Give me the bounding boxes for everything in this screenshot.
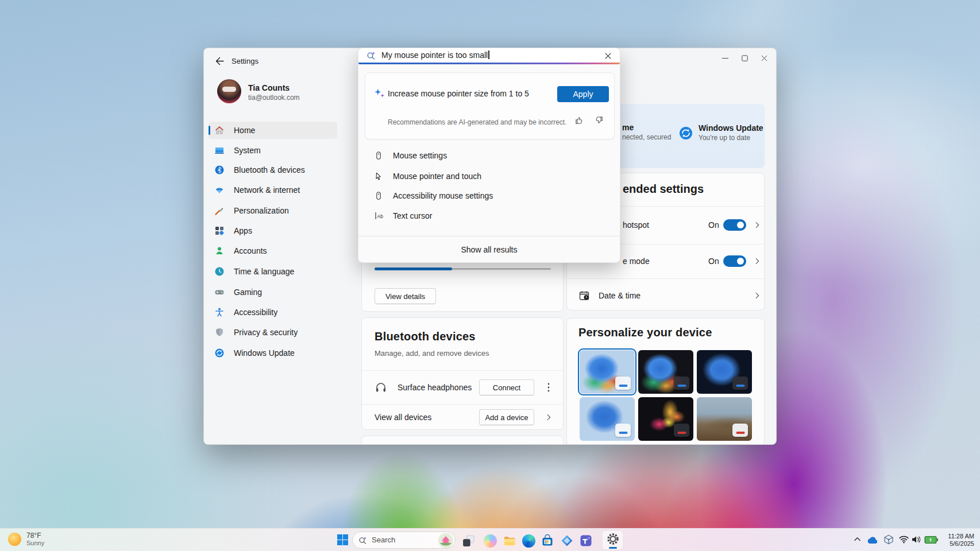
theme-thumbnail-grid — [580, 350, 752, 441]
sidebar-item-label: Accessibility — [234, 304, 277, 321]
privacy-icon — [214, 327, 225, 337]
add-device-button[interactable]: Add a device — [479, 409, 534, 425]
tray-clock[interactable]: 11:28 AM 5/6/2025 — [948, 533, 974, 548]
onedrive-icon[interactable] — [866, 536, 878, 544]
profile-name[interactable]: Tia Counts — [248, 83, 290, 92]
theme-thumbnail-dark[interactable] — [638, 350, 693, 394]
m365-copilot-icon[interactable] — [558, 533, 576, 548]
sidebar-item-windows-update[interactable]: Windows Update — [209, 344, 337, 362]
mode-toggle-state: On — [708, 255, 719, 267]
apps-icon — [214, 226, 225, 236]
show-all-results-link[interactable]: Show all results — [358, 242, 620, 257]
clear-search-icon[interactable] — [601, 50, 614, 61]
thumbs-down-icon[interactable] — [593, 114, 604, 126]
taskbar-search-label: Search — [372, 532, 395, 548]
view-all-devices-link[interactable]: View all devices — [375, 412, 431, 422]
personalize-card: Personalize your device — [566, 318, 765, 445]
theme-thumbnail-landscape[interactable] — [697, 397, 752, 441]
theme-thumbnail-light[interactable] — [580, 350, 635, 394]
more-options-icon[interactable] — [542, 381, 555, 394]
volume-icon[interactable] — [911, 535, 921, 544]
chevron-right-icon[interactable] — [751, 254, 763, 268]
taskbar-search-box[interactable]: Search — [352, 531, 456, 549]
mode-row-label-fragment[interactable]: e mode — [623, 256, 650, 266]
tray-cube-icon[interactable] — [883, 534, 894, 545]
sidebar-item-label: Apps — [234, 222, 252, 239]
windows-logo-icon — [337, 534, 349, 548]
bluetooth-card: Bluetooth devices Manage, add, and remov… — [361, 317, 564, 430]
copilot-icon[interactable] — [481, 533, 499, 548]
chevron-right-icon[interactable] — [543, 410, 554, 424]
profile-email: tia@outlook.com — [248, 94, 300, 102]
chevron-right-icon[interactable] — [751, 218, 763, 232]
hotspot-toggle-state: On — [708, 219, 719, 231]
search-result-accessibility-mouse[interactable]: Accessibility mouse settings — [365, 187, 614, 204]
taskbar: 78°F Sunny Search 11:28 AM 5/6/2025 — [0, 528, 980, 551]
weather-temp: 78°F — [26, 531, 44, 540]
hotspot-row-label-fragment[interactable]: hotspot — [623, 220, 649, 230]
teams-icon[interactable] — [577, 533, 595, 548]
chevron-right-icon[interactable] — [751, 289, 763, 302]
apply-button[interactable]: Apply — [557, 86, 609, 102]
connect-button[interactable]: Connect — [479, 379, 534, 395]
sidebar-item-label: Network & internet — [234, 181, 300, 199]
theme-window-preview — [674, 424, 689, 437]
microsoft-store-icon[interactable] — [539, 533, 556, 548]
windows-update-status-title[interactable]: Windows Update — [699, 123, 763, 133]
text-caret — [488, 51, 489, 59]
theme-thumbnail-dark-blue[interactable] — [697, 350, 752, 394]
sidebar-item-label: Home — [234, 122, 255, 139]
personalize-title: Personalize your device — [578, 326, 712, 339]
file-explorer-icon[interactable] — [501, 533, 518, 548]
search-result-text-cursor[interactable]: Ab Text cursor — [365, 207, 614, 224]
avatar[interactable] — [217, 79, 241, 103]
divider — [567, 278, 764, 279]
windows-update-icon — [214, 348, 225, 358]
settings-taskbar-icon[interactable] — [602, 530, 623, 550]
network-name-fragment: me — [622, 123, 634, 132]
minimize-button[interactable] — [715, 50, 735, 66]
theme-thumbnail-flower[interactable] — [638, 397, 693, 441]
bluetooth-icon — [214, 165, 225, 175]
maximize-button[interactable] — [735, 50, 754, 66]
storage-progress-bar — [375, 268, 551, 270]
view-details-button[interactable]: View details — [375, 288, 436, 304]
start-button[interactable] — [334, 533, 351, 548]
edge-icon[interactable] — [520, 533, 537, 548]
sidebar-item-label: Gaming — [234, 284, 262, 301]
sidebar-item-network[interactable]: Network & internet — [209, 181, 337, 199]
back-button[interactable] — [212, 55, 227, 69]
thumbs-up-icon[interactable] — [573, 114, 585, 126]
tray-chevron-up-icon[interactable] — [854, 536, 861, 542]
svg-text:Ab: Ab — [377, 214, 384, 219]
mode-toggle[interactable] — [723, 255, 746, 267]
weather-widget[interactable]: 78°F Sunny — [8, 531, 44, 546]
sidebar-item-accounts[interactable]: Accounts — [209, 242, 337, 259]
sidebar-item-label: Privacy & security — [234, 324, 298, 341]
search-result-mouse-pointer-touch[interactable]: Mouse pointer and touch — [365, 168, 614, 185]
sidebar-item-system[interactable]: System — [209, 142, 337, 159]
hotspot-toggle[interactable] — [723, 219, 746, 231]
sidebar-item-privacy[interactable]: Privacy & security — [209, 324, 337, 341]
sidebar-item-accessibility[interactable]: Accessibility — [209, 304, 337, 321]
date-time-row[interactable]: Date & time — [599, 290, 641, 301]
task-view-icon[interactable] — [460, 533, 477, 548]
sun-icon — [8, 533, 21, 546]
sidebar-item-apps[interactable]: Apps — [209, 222, 337, 239]
search-result-mouse-settings[interactable]: Mouse settings — [365, 147, 614, 164]
sidebar-item-time-language[interactable]: Time & language — [209, 263, 337, 280]
search-result-label: Mouse pointer and touch — [393, 168, 481, 185]
sidebar-item-home[interactable]: Home — [209, 122, 337, 139]
battery-icon[interactable] — [924, 536, 938, 544]
sidebar-item-bluetooth[interactable]: Bluetooth & devices — [209, 161, 337, 179]
settings-search-input[interactable]: My mouse pointer is too small — [358, 48, 620, 63]
search-result-label: Accessibility mouse settings — [393, 187, 493, 204]
wifi-icon[interactable] — [898, 535, 909, 544]
sidebar-item-label: Personalization — [234, 202, 289, 219]
taskbar-search-icon — [358, 536, 367, 545]
close-button[interactable] — [754, 50, 774, 66]
sidebar-item-personalization[interactable]: Personalization — [209, 202, 337, 219]
theme-thumbnail-light-blue[interactable] — [580, 397, 635, 441]
mouse-icon — [374, 151, 383, 160]
sidebar-item-gaming[interactable]: Gaming — [209, 284, 337, 301]
